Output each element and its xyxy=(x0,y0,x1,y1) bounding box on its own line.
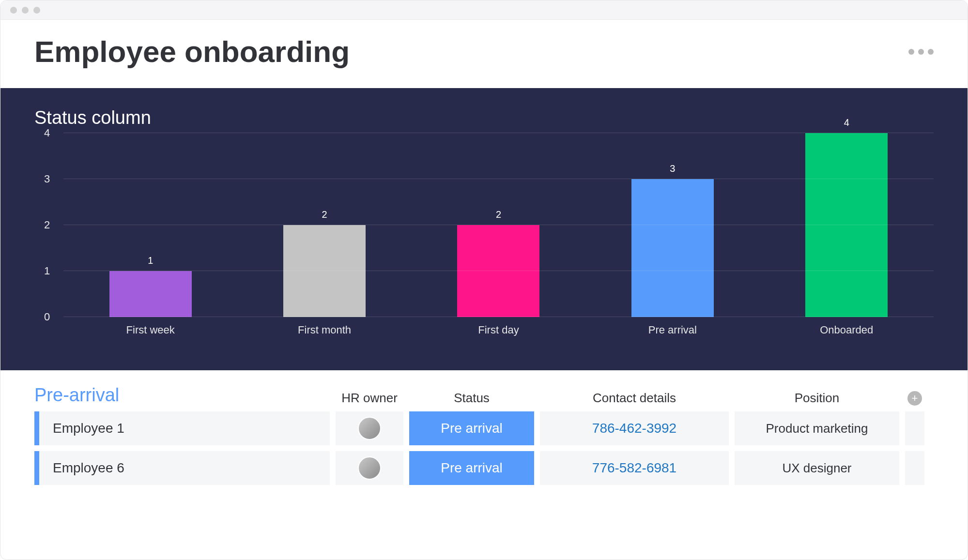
chart-bar[interactable] xyxy=(457,225,539,317)
chart-bar-column: 4 xyxy=(803,117,890,317)
more-options-icon xyxy=(908,49,914,55)
table-section: Pre-arrival HR owner Status Contact deta… xyxy=(0,370,968,485)
chart-x-label: First week xyxy=(107,317,194,336)
contact-link[interactable]: 776-582-6981 xyxy=(592,460,676,476)
chart-bar[interactable] xyxy=(805,133,888,317)
column-header-owner[interactable]: HR owner xyxy=(336,391,403,406)
window-title-bar xyxy=(0,0,968,20)
chart-title: Status column xyxy=(34,107,934,128)
chart-bar-value-label: 3 xyxy=(670,163,675,174)
group-title[interactable]: Pre-arrival xyxy=(34,385,330,406)
window-control-maximize-icon[interactable] xyxy=(33,7,40,14)
window-control-minimize-icon[interactable] xyxy=(22,7,29,14)
chart-x-labels: First weekFirst monthFirst dayPre arriva… xyxy=(63,317,934,336)
chart-bar-column: 2 xyxy=(281,209,368,317)
chart-y-tick: 4 xyxy=(44,127,50,139)
row-extra-cell xyxy=(905,451,924,485)
chart-bar-column: 3 xyxy=(629,163,716,317)
chart-bar-column: 2 xyxy=(455,209,542,317)
row-contact-cell[interactable]: 786-462-3992 xyxy=(540,411,729,445)
bar-chart: 12234 01234 First weekFirst monthFirst d… xyxy=(34,133,934,336)
chart-bar[interactable] xyxy=(109,271,192,317)
chart-y-tick: 1 xyxy=(44,265,50,277)
chart-y-tick: 0 xyxy=(44,311,50,323)
chart-bars: 12234 xyxy=(63,133,934,317)
contact-link[interactable]: 786-462-3992 xyxy=(592,421,676,436)
row-name-cell[interactable]: Employee 1 xyxy=(34,411,330,445)
chart-grid-line xyxy=(63,271,934,271)
row-contact-cell[interactable]: 776-582-6981 xyxy=(540,451,729,485)
chart-bar-value-label: 4 xyxy=(844,117,849,128)
column-header-position[interactable]: Position xyxy=(735,391,899,406)
chart-bar-value-label: 2 xyxy=(322,209,327,220)
table-row[interactable]: Employee 6Pre arrival776-582-6981UX desi… xyxy=(34,451,934,485)
page-header: Employee onboarding xyxy=(0,20,968,88)
chart-x-label: Pre arrival xyxy=(629,317,716,336)
app-window: Employee onboarding Status column 12234 … xyxy=(0,0,968,560)
column-header-status[interactable]: Status xyxy=(409,391,534,406)
chart-x-label: First month xyxy=(281,317,368,336)
avatar xyxy=(358,456,381,480)
chart-y-tick: 2 xyxy=(44,219,50,231)
plus-icon: + xyxy=(907,391,922,406)
chart-bar-value-label: 2 xyxy=(496,209,501,220)
table-row[interactable]: Employee 1Pre arrival786-462-3992Product… xyxy=(34,411,934,445)
chart-grid-line xyxy=(63,225,934,225)
row-position-cell[interactable]: UX designer xyxy=(735,451,899,485)
chart-bar-column: 1 xyxy=(107,255,194,317)
column-header-contact[interactable]: Contact details xyxy=(540,391,729,406)
table-rows: Employee 1Pre arrival786-462-3992Product… xyxy=(34,411,934,485)
row-position-cell[interactable]: Product marketing xyxy=(735,411,899,445)
row-owner-cell[interactable] xyxy=(336,411,403,445)
window-control-close-icon[interactable] xyxy=(10,7,17,14)
chart-panel: Status column 12234 01234 First weekFirs… xyxy=(0,88,968,370)
row-name-cell[interactable]: Employee 6 xyxy=(34,451,330,485)
avatar xyxy=(358,417,381,440)
table-header-row: Pre-arrival HR owner Status Contact deta… xyxy=(34,385,934,406)
more-options-button[interactable] xyxy=(908,49,934,55)
chart-grid-line xyxy=(63,133,934,133)
page-title: Employee onboarding xyxy=(34,34,350,69)
chart-x-label: Onboarded xyxy=(803,317,890,336)
chart-grid: 12234 01234 xyxy=(63,133,934,317)
chart-grid-line xyxy=(63,179,934,179)
row-owner-cell[interactable] xyxy=(336,451,403,485)
more-options-icon xyxy=(928,49,934,55)
row-status-cell[interactable]: Pre arrival xyxy=(409,451,534,485)
more-options-icon xyxy=(918,49,924,55)
add-column-button[interactable]: + xyxy=(905,391,924,406)
row-status-cell[interactable]: Pre arrival xyxy=(409,411,534,445)
chart-bar-value-label: 1 xyxy=(148,255,153,266)
chart-y-tick: 3 xyxy=(44,173,50,185)
chart-x-label: First day xyxy=(455,317,542,336)
row-extra-cell xyxy=(905,411,924,445)
chart-bar[interactable] xyxy=(283,225,366,317)
chart-bar[interactable] xyxy=(631,179,714,317)
